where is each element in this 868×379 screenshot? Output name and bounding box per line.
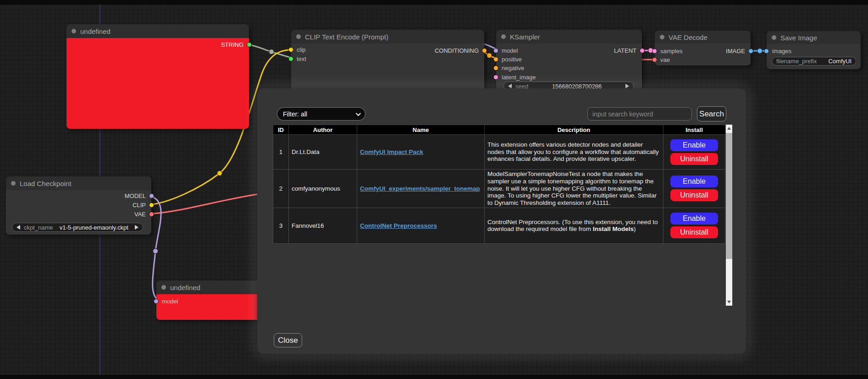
ckpt-name-widget[interactable]: ckpt_name v1-5-pruned-emaonly.ckpt (12, 223, 143, 232)
slot-dot-icon[interactable] (493, 48, 498, 53)
slot-dot-icon[interactable] (652, 49, 657, 54)
cell-install: Enable Uninstall (663, 170, 725, 208)
slot-dot-icon[interactable] (247, 42, 252, 47)
cell-description: This extension offers various detector n… (485, 135, 663, 170)
uninstall-button[interactable]: Uninstall (670, 226, 718, 238)
enable-button[interactable]: Enable (670, 213, 718, 225)
slot-dot-icon[interactable] (288, 47, 293, 52)
input-slot-images[interactable]: images (764, 48, 791, 54)
slot-dot-icon[interactable] (652, 57, 657, 62)
cell-install: Enable Uninstall (663, 135, 725, 170)
output-slot-image[interactable]: IMAGE (726, 48, 753, 54)
node-status-dot-icon (72, 29, 76, 33)
enable-button[interactable]: Enable (670, 139, 718, 151)
input-slot-vae[interactable]: vae (652, 56, 670, 63)
input-slot-text[interactable]: text (288, 55, 306, 62)
increment-arrow-icon[interactable] (135, 225, 138, 230)
node-titlebar[interactable]: undefined (66, 24, 249, 38)
search-input[interactable] (587, 107, 692, 121)
node-ksampler[interactable]: KSampler model positive negative latent_… (496, 30, 642, 98)
close-button[interactable]: Close (274, 333, 302, 347)
uninstall-button[interactable]: Uninstall (670, 189, 718, 201)
link-midpoint-dot (757, 49, 763, 54)
node-titlebar[interactable]: VAE Decode (655, 31, 751, 44)
output-slot-vae[interactable]: VAE (134, 211, 154, 217)
slot-dot-icon[interactable] (493, 75, 498, 80)
slot-dot-icon[interactable] (288, 56, 293, 61)
input-slot-clip[interactable]: clip (288, 46, 306, 53)
input-slot-negative[interactable]: negative (493, 65, 524, 71)
slot-dot-icon[interactable] (154, 299, 159, 304)
extension-manager-dialog: Filter: all Search ID Author Name Descri… (257, 88, 746, 354)
extension-table: ID Author Name Description Install 1 Dr.… (273, 125, 725, 244)
extension-link[interactable]: ComfyUI Impact Pack (360, 148, 423, 155)
slot-dot-icon[interactable] (493, 57, 498, 62)
table-row: 1 Dr.Lt.Data ComfyUI Impact Pack This ex… (273, 135, 725, 170)
link-midpoint-dot (153, 249, 158, 254)
input-slot-samples[interactable]: samples (652, 48, 682, 54)
node-titlebar[interactable]: KSampler (496, 30, 642, 44)
slot-dot-icon[interactable] (149, 193, 154, 198)
chevron-down-icon (356, 110, 361, 115)
table-row: 2 comfyanonymous ComfyUI_experiments/sam… (273, 170, 725, 208)
output-slot-string[interactable]: STRING (221, 41, 252, 48)
slot-dot-icon[interactable] (149, 203, 154, 208)
node-save-image[interactable]: Save Image images filename_prefix ComfyU… (767, 31, 861, 69)
filename-prefix-value: ComfyUI (820, 58, 851, 65)
link-midpoint-dot (217, 171, 222, 176)
node-titlebar[interactable]: CLIP Text Encode (Prompt) (291, 30, 484, 44)
filename-prefix-widget[interactable]: filename_prefix ComfyUI (772, 57, 856, 66)
node-body: model (156, 294, 260, 320)
cell-description: ControlNet Preprocessors. (To use this e… (485, 208, 663, 243)
bottom-edge-strip (0, 375, 868, 379)
ckpt-name-value: v1-5-pruned-emaonly.ckpt (57, 224, 131, 231)
node-load-checkpoint[interactable]: Load Checkpoint MODEL CLIP VAE ckpt_name… (6, 176, 151, 235)
input-slot-latent-image[interactable]: latent_image (493, 74, 536, 80)
decrement-arrow-icon[interactable] (508, 84, 512, 88)
node-title: Save Image (780, 34, 817, 42)
top-edge-strip (0, 0, 868, 5)
increment-arrow-icon[interactable] (625, 84, 629, 88)
slot-dot-icon[interactable] (482, 48, 487, 53)
extension-link[interactable]: ComfyUI_experiments/sampler_tonemap (360, 185, 480, 192)
node-undefined-top[interactable]: undefined STRING (66, 24, 249, 129)
decrement-arrow-icon[interactable] (17, 225, 20, 230)
enable-button[interactable]: Enable (670, 176, 718, 187)
node-vae-decode[interactable]: VAE Decode samples vae IMAGE (655, 31, 751, 66)
uninstall-button[interactable]: Uninstall (670, 153, 718, 165)
node-titlebar[interactable]: undefined (156, 280, 260, 294)
node-body: MODEL CLIP VAE ckpt_name v1-5-pruned-ema… (6, 190, 151, 235)
graph-canvas[interactable]: undefined STRING CLIP Text Encode (Promp… (0, 0, 868, 379)
node-body: STRING (66, 38, 249, 129)
input-slot-model[interactable]: model (154, 298, 178, 304)
input-slot-model[interactable]: model (493, 47, 518, 54)
scroll-up-icon[interactable] (727, 127, 731, 130)
output-slot-model[interactable]: MODEL (125, 192, 154, 199)
slot-dot-icon[interactable] (640, 48, 645, 53)
node-title: VAE Decode (669, 33, 708, 41)
link-midpoint-dot (269, 49, 274, 55)
scrollbar-thumb[interactable] (726, 133, 732, 259)
node-titlebar[interactable]: Save Image (767, 31, 861, 44)
node-titlebar[interactable]: Load Checkpoint (6, 176, 151, 190)
filter-selected-value: Filter: all (283, 110, 307, 118)
slot-dot-icon[interactable] (149, 212, 154, 217)
cell-author: Fannovel16 (289, 208, 357, 243)
node-undefined-bottom[interactable]: undefined model (156, 280, 260, 320)
header-author: Author (289, 125, 357, 135)
output-slot-clip[interactable]: CLIP (133, 202, 154, 208)
search-button[interactable]: Search (697, 106, 726, 121)
table-row: 3 Fannovel16 ControlNet Preprocessors Co… (273, 208, 725, 243)
extension-link[interactable]: ControlNet Preprocessors (360, 222, 437, 229)
slot-dot-icon[interactable] (764, 49, 769, 54)
table-scrollbar[interactable] (726, 125, 732, 306)
output-slot-latent[interactable]: LATENT (614, 47, 645, 54)
output-slot-conditioning[interactable]: CONDITIONING (435, 47, 487, 54)
slot-dot-icon[interactable] (493, 66, 498, 71)
header-name: Name (357, 125, 485, 135)
input-slot-positive[interactable]: positive (493, 56, 522, 62)
node-title: CLIP Text Encode (Prompt) (305, 33, 388, 41)
filter-select[interactable]: Filter: all (277, 107, 365, 121)
slot-dot-icon[interactable] (748, 49, 753, 54)
scroll-down-icon[interactable] (727, 301, 731, 303)
